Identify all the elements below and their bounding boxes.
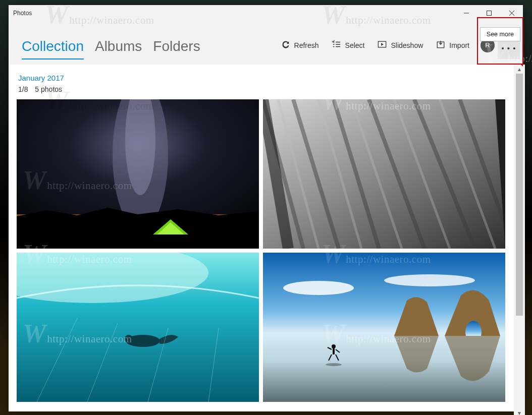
scroll-track[interactable] (514, 74, 525, 408)
select-button[interactable]: Select (326, 36, 371, 54)
titlebar: Photos (9, 5, 523, 21)
content-area: January 2017 1/8 5 photos (9, 65, 523, 411)
scroll-down-arrow-icon[interactable]: ▼ (514, 408, 525, 415)
slideshow-icon (378, 40, 387, 50)
svg-point-14 (125, 335, 133, 343)
select-icon (332, 40, 341, 50)
photos-app-window: Photos Collection Albums Folders Refresh (9, 5, 523, 411)
vertical-scrollbar[interactable]: ▲ ▼ (514, 65, 525, 415)
scroll-up-arrow-icon[interactable]: ▲ (514, 65, 525, 74)
refresh-icon (281, 40, 290, 50)
select-label: Select (345, 41, 365, 49)
import-icon (436, 40, 445, 50)
ellipsis-icon: • • • (501, 44, 516, 52)
photo-thumbnail[interactable] (263, 99, 505, 249)
tab-folders[interactable]: Folders (153, 38, 200, 65)
command-bar: Collection Albums Folders Refresh Select (9, 21, 523, 65)
photo-thumbnail[interactable] (17, 253, 259, 402)
slideshow-label: Slideshow (391, 41, 423, 49)
group-meta: 1/8 5 photos (18, 85, 523, 93)
date-group-header[interactable]: January 2017 (18, 74, 523, 82)
svg-point-17 (283, 281, 354, 295)
slideshow-button[interactable]: Slideshow (371, 36, 429, 54)
see-more-tooltip: See more (480, 27, 520, 41)
photo-count: 5 photos (35, 85, 62, 93)
svg-rect-0 (487, 11, 491, 16)
maximize-button[interactable] (477, 5, 500, 21)
refresh-label: Refresh (294, 41, 319, 49)
refresh-button[interactable]: Refresh (275, 36, 325, 54)
svg-point-21 (326, 363, 342, 366)
scroll-thumb[interactable] (516, 74, 523, 316)
nav-tabs: Collection Albums Folders (22, 38, 200, 65)
page-counter: 1/8 (18, 85, 28, 93)
svg-rect-20 (333, 347, 335, 354)
photo-thumbnail[interactable] (17, 99, 259, 249)
tab-albums[interactable]: Albums (95, 38, 142, 65)
tab-collection[interactable]: Collection (22, 38, 84, 65)
window-title: Photos (13, 10, 455, 17)
minimize-button[interactable] (455, 5, 477, 21)
import-button[interactable]: Import (430, 36, 475, 54)
import-label: Import (449, 41, 469, 49)
photo-grid (17, 99, 523, 402)
svg-point-18 (384, 274, 475, 286)
close-button[interactable] (500, 5, 523, 21)
photo-thumbnail[interactable] (263, 253, 505, 402)
command-buttons: Refresh Select Slideshow Import R (200, 36, 497, 65)
